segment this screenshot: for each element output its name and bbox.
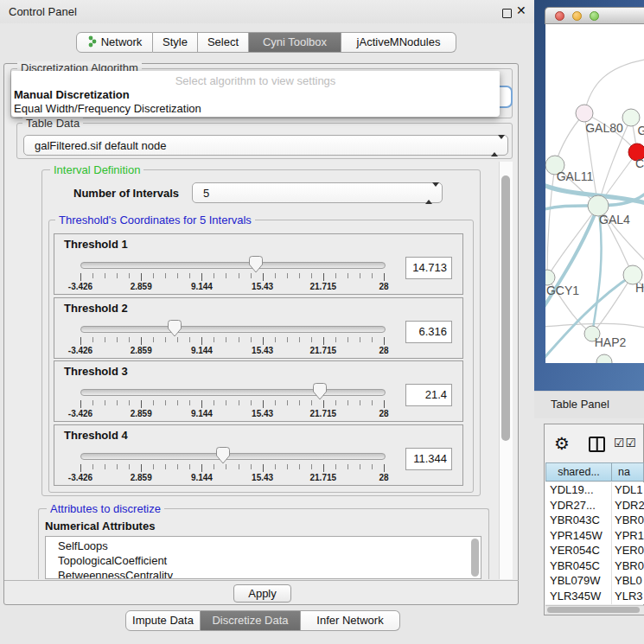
tab-select[interactable]: Select (198, 32, 249, 53)
slider-tick-label: 28 (379, 409, 388, 418)
threshold-value-field[interactable]: 14.713 (405, 257, 452, 279)
cell-shared-name: YBR045C (550, 559, 609, 572)
table-row[interactable]: YBR045CYBR0 (545, 558, 644, 574)
slider-minor-ticks (80, 273, 385, 278)
slider-minor-ticks (80, 464, 385, 469)
threshold-value-field[interactable]: 6.316 (405, 321, 452, 343)
interval-definition-group-title: Interval Definition (50, 163, 143, 176)
slider-major-tick (263, 273, 264, 281)
table-data-combobox[interactable]: galFiltered.sif default node (23, 135, 508, 156)
panel-title: Control Panel (9, 5, 77, 18)
checkbox-icon[interactable]: ☑☑ (614, 436, 637, 450)
slider-major-tick (201, 464, 202, 472)
node-label-gal11: GAL11 (557, 169, 594, 183)
threshold-slider-thumb[interactable] (216, 447, 230, 464)
threshold-slider-track[interactable] (80, 326, 386, 333)
slider-major-tick (80, 337, 81, 345)
tab-label: Style (163, 35, 188, 48)
tab-network[interactable]: Network (76, 32, 153, 53)
numerical-attributes-list[interactable]: SelfLoopsTopologicalCoefficientBetweenne… (45, 536, 481, 579)
slider-tick-label: 9.144 (191, 282, 213, 291)
threshold-value-field[interactable]: 21.4 (405, 384, 452, 406)
slider-major-tick (80, 273, 81, 281)
viewport-separator (4, 580, 519, 581)
threshold-slider-thumb[interactable] (313, 383, 327, 400)
threshold-value-field[interactable]: 11.344 (405, 448, 452, 470)
cell-shared-name: YDR27... (550, 499, 609, 512)
node-label-g: G (638, 124, 644, 137)
threshold-slider-track[interactable] (80, 453, 386, 460)
slider-minor-ticks (80, 400, 385, 405)
tab-label: Impute Data (132, 614, 194, 627)
tab-infer-network[interactable]: Infer Network (301, 610, 400, 631)
tab-label: Select (207, 35, 239, 48)
apply-button[interactable]: Apply (233, 584, 291, 603)
slider-tick-label: 28 (379, 473, 388, 482)
network-node[interactable] (576, 105, 593, 122)
threshold-slider-track[interactable] (80, 389, 386, 396)
table-row[interactable]: YDR27...YDR2 (545, 498, 644, 513)
threshold-slider-thumb[interactable] (168, 320, 182, 337)
algorithm-option-equal-width-frequency-discretization[interactable]: Equal Width/Frequency Discretization (14, 102, 201, 115)
close-panel-icon[interactable]: ✕ (516, 3, 526, 17)
slider-tick-label: 21.715 (310, 346, 337, 355)
threshold-slider-track[interactable] (80, 262, 386, 269)
table-row[interactable]: YLR345WYLR3 (545, 589, 644, 604)
tab-label: Network (101, 35, 143, 48)
network-canvas[interactable]: GAL80GCGAL11GAL4GCY1HHAP2 (545, 24, 644, 363)
combo-arrows-icon (425, 187, 433, 200)
slider-tick-label: 28 (379, 282, 388, 291)
slider-major-tick (323, 337, 324, 345)
close-window-icon[interactable] (555, 11, 564, 21)
cell-name: YER0 (615, 544, 644, 557)
table-hscrollbar-thumb[interactable] (547, 607, 640, 613)
slider-tick-label: 15.43 (252, 473, 273, 482)
slider-major-tick (201, 400, 202, 408)
thresholds-group-title: Threshold's Coordinates for 5 Intervals (55, 214, 255, 226)
table-row[interactable]: YER054CYER0 (545, 543, 644, 558)
algorithm-option-manual-discretization[interactable]: Manual Discretization (14, 88, 130, 101)
combo-arrows-icon (491, 139, 499, 152)
attribute-item-betweennesscentrality[interactable]: BetweennessCentrality (46, 568, 481, 579)
table-row[interactable]: YPR145WYPR1 (545, 528, 644, 544)
table-row[interactable]: YBR043CYBR0 (545, 513, 644, 528)
attribute-item-topologicalcoefficient[interactable]: TopologicalCoefficient (46, 553, 481, 568)
slider-major-tick (384, 464, 385, 472)
cell-name: YBL0 (615, 574, 642, 587)
tab-impute-data[interactable]: Impute Data (125, 610, 201, 631)
slider-major-tick (141, 273, 142, 281)
table-row[interactable]: YIL052CYIL0 (545, 603, 644, 604)
tab-jactivemnodules[interactable]: jActiveMNodules (341, 32, 456, 53)
slider-tick-label: 2.859 (131, 282, 152, 291)
slider-major-tick (384, 273, 385, 281)
slider-major-tick (384, 337, 385, 345)
tab-discretize-data[interactable]: Discretize Data (201, 610, 301, 631)
attribute-item-selfloops[interactable]: SelfLoops (46, 539, 481, 553)
minimize-window-icon[interactable] (572, 11, 582, 21)
number-of-intervals-combobox[interactable]: 5 (192, 182, 443, 203)
panel-scrollbar-thumb[interactable] (501, 175, 510, 441)
tab-style[interactable]: Style (153, 32, 198, 53)
slider-major-tick (323, 400, 324, 408)
list-scrollbar-thumb[interactable] (471, 539, 479, 577)
gear-icon[interactable]: ⚙ (554, 433, 570, 454)
split-columns-icon[interactable] (589, 437, 605, 452)
tab-cyni-toolbox[interactable]: Cyni Toolbox (249, 32, 341, 53)
cell-shared-name: YBR043C (550, 513, 609, 526)
column-header-shared[interactable]: shared... (545, 462, 612, 481)
table-row[interactable]: YBL079WYBL0 (545, 573, 644, 589)
table-row[interactable]: YDL19...YDL1 (545, 482, 644, 498)
column-header-name[interactable]: na (611, 462, 644, 481)
slider-major-tick (263, 337, 264, 345)
slider-major-tick (80, 464, 81, 472)
threshold-slider-thumb[interactable] (249, 256, 263, 273)
network-node[interactable] (596, 354, 612, 363)
slider-tick-label: 21.715 (310, 409, 337, 418)
zoom-window-icon[interactable] (590, 11, 599, 21)
cell-name: YDL1 (615, 483, 643, 496)
node-label-gal4: GAL4 (599, 213, 630, 226)
slider-major-tick (263, 400, 264, 408)
cell-shared-name: YER054C (550, 544, 609, 557)
node-label-gcy1: GCY1 (546, 284, 579, 297)
float-window-icon[interactable] (502, 9, 512, 18)
